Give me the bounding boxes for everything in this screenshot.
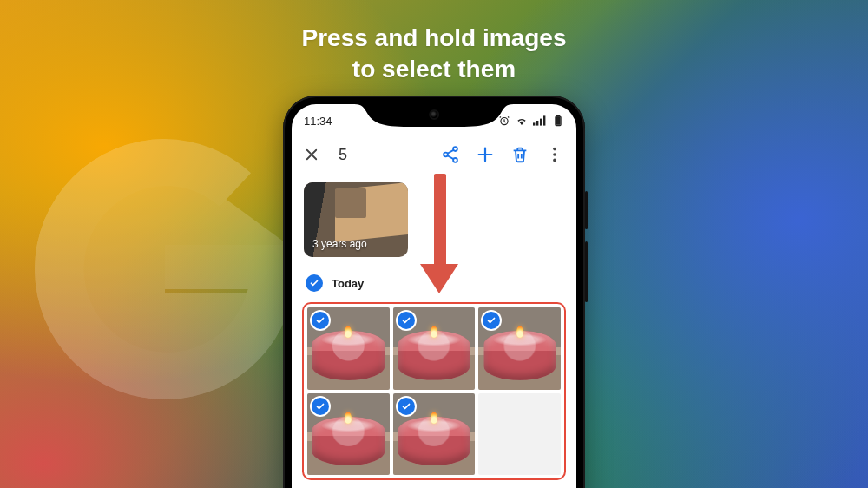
section-header-today[interactable]: Today — [292, 269, 576, 300]
share-button[interactable] — [441, 145, 460, 164]
svg-point-9 — [444, 153, 448, 157]
selection-highlight-box — [302, 302, 566, 480]
section-label: Today — [332, 277, 364, 290]
section-check-icon[interactable] — [306, 274, 323, 292]
svg-point-12 — [553, 153, 556, 156]
svg-rect-4 — [543, 115, 545, 125]
phone-screen: 11:34 — [292, 104, 576, 488]
photo-thumb[interactable] — [307, 393, 390, 476]
photo-thumb[interactable] — [478, 307, 561, 390]
instruction-headline: Press and hold images to select them — [0, 23, 868, 85]
alarm-icon — [498, 115, 510, 127]
close-selection-button[interactable] — [304, 147, 319, 162]
google-g-watermark — [35, 139, 295, 399]
photo-thumb-empty — [478, 393, 561, 476]
more-options-button[interactable] — [545, 145, 564, 164]
wifi-icon — [516, 115, 528, 127]
photo-thumb[interactable] — [393, 393, 476, 476]
svg-point-10 — [453, 158, 457, 162]
add-button[interactable] — [476, 145, 495, 164]
svg-rect-1 — [533, 122, 535, 125]
thumb-check-icon[interactable] — [398, 398, 415, 415]
svg-point-13 — [553, 159, 556, 162]
memory-card[interactable]: 3 years ago — [304, 182, 408, 257]
svg-point-11 — [553, 148, 556, 151]
photo-grid — [307, 307, 561, 475]
svg-rect-7 — [556, 118, 560, 125]
signal-icon — [533, 115, 547, 127]
status-time: 11:34 — [304, 115, 332, 128]
thumb-check-icon[interactable] — [312, 312, 329, 329]
status-bar: 11:34 — [292, 108, 576, 134]
selection-toolbar: 5 — [292, 134, 576, 175]
battery-icon — [552, 115, 564, 127]
headline-line2: to select them — [0, 54, 868, 85]
delete-button[interactable] — [510, 145, 529, 164]
selection-count: 5 — [339, 146, 347, 164]
section-header-sunday[interactable]: Sunday — [292, 480, 576, 488]
svg-rect-2 — [536, 121, 538, 126]
svg-point-8 — [453, 147, 457, 151]
thumb-check-icon[interactable] — [398, 312, 415, 329]
memory-card-label: 3 years ago — [312, 238, 367, 250]
photo-thumb[interactable] — [307, 307, 390, 390]
svg-rect-6 — [557, 115, 560, 116]
thumb-check-icon[interactable] — [312, 398, 329, 415]
tutorial-slide: Press and hold images to select them 11:… — [0, 0, 868, 488]
photo-thumb[interactable] — [393, 307, 476, 390]
svg-rect-3 — [540, 119, 542, 126]
phone-frame: 11:34 — [283, 96, 585, 488]
headline-line1: Press and hold images — [0, 23, 868, 54]
